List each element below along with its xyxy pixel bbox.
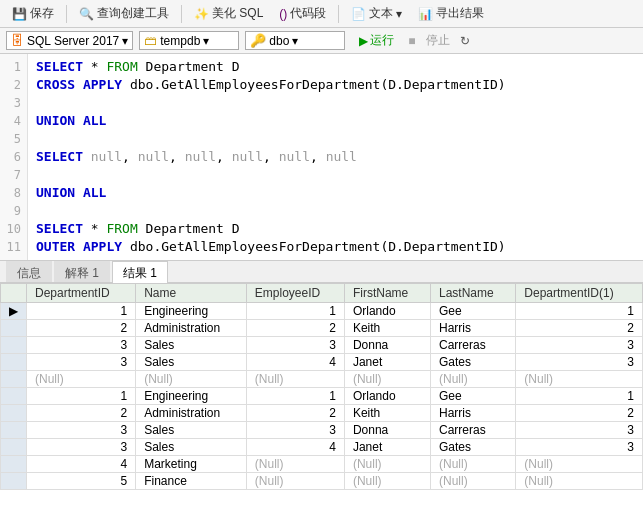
table-row: 3Sales4JanetGates3 <box>1 354 643 371</box>
beautify-button[interactable]: ✨ 美化 SQL <box>188 3 269 24</box>
table-cell: (Null) <box>246 473 344 490</box>
table-cell: 4 <box>246 439 344 456</box>
table-cell: Keith <box>344 405 430 422</box>
table-cell: Sales <box>136 439 247 456</box>
table-row: (Null)(Null)(Null)(Null)(Null)(Null) <box>1 371 643 388</box>
row-indicator <box>1 439 27 456</box>
table-cell: (Null) <box>431 371 516 388</box>
text-dropdown-icon: ▾ <box>396 7 402 21</box>
table-row: 4Marketing(Null)(Null)(Null)(Null) <box>1 456 643 473</box>
main-container: 💾 保存 🔍 查询创建工具 ✨ 美化 SQL () 代码段 📄 文本 ▾ 📊 寻… <box>0 0 643 517</box>
table-row: 5Finance(Null)(Null)(Null)(Null) <box>1 473 643 490</box>
separator-1 <box>66 5 67 23</box>
table-cell: (Null) <box>344 371 430 388</box>
table-cell: 2 <box>246 405 344 422</box>
table-cell: (Null) <box>516 371 643 388</box>
table-cell: Orlando <box>344 388 430 405</box>
table-cell: Engineering <box>136 303 247 320</box>
schema-dropdown-icon: ▾ <box>292 34 298 48</box>
query-create-button[interactable]: 🔍 查询创建工具 <box>73 3 175 24</box>
table-cell: (Null) <box>344 456 430 473</box>
sql-line-4: UNION ALL <box>36 112 635 130</box>
schema-select[interactable]: 🔑 dbo ▾ <box>245 31 345 50</box>
stop-button[interactable]: 停止 <box>422 30 454 51</box>
database-select[interactable]: 🗃 tempdb ▾ <box>139 31 239 50</box>
tab-info[interactable]: 信息 <box>6 261 52 282</box>
table-cell: Harris <box>431 405 516 422</box>
tab-explain[interactable]: 解释 1 <box>54 261 110 282</box>
col-department-id-1: DepartmentID(1) <box>516 284 643 303</box>
col-department-id: DepartmentID <box>27 284 136 303</box>
sql-editor[interactable]: 12345 67891011 SELECT * FROM Department … <box>0 54 643 261</box>
text-icon: 📄 <box>351 7 366 21</box>
find-result-button[interactable]: 📊 寻出结果 <box>412 3 490 24</box>
separator-3 <box>338 5 339 23</box>
row-indicator <box>1 371 27 388</box>
sql-line-8: UNION ALL <box>36 184 635 202</box>
col-lastname: LastName <box>431 284 516 303</box>
table-cell: (Null) <box>246 456 344 473</box>
table-cell: Gee <box>431 388 516 405</box>
col-employee-id: EmployeeID <box>246 284 344 303</box>
table-cell: Sales <box>136 422 247 439</box>
table-cell: (Null) <box>136 371 247 388</box>
table-cell: Carreras <box>431 337 516 354</box>
table-cell: Engineering <box>136 388 247 405</box>
table-cell: 3 <box>516 422 643 439</box>
separator-run: ■ <box>408 34 415 48</box>
table-cell: Gates <box>431 354 516 371</box>
results-grid[interactable]: DepartmentID Name EmployeeID FirstName L… <box>0 283 643 517</box>
sql-line-10: SELECT * FROM Department D <box>36 220 635 238</box>
row-indicator <box>1 456 27 473</box>
server-select[interactable]: 🗄 SQL Server 2017 ▾ <box>6 31 133 50</box>
table-row: 2Administration2KeithHarris2 <box>1 320 643 337</box>
table-row: 3Sales3DonnaCarreras3 <box>1 422 643 439</box>
table-cell: (Null) <box>246 371 344 388</box>
sql-text[interactable]: SELECT * FROM Department D CROSS APPLY d… <box>28 54 643 260</box>
table-header-row: DepartmentID Name EmployeeID FirstName L… <box>1 284 643 303</box>
table-cell: 3 <box>27 422 136 439</box>
database-icon: 🗃 <box>144 33 157 48</box>
row-indicator <box>1 337 27 354</box>
table-cell: Orlando <box>344 303 430 320</box>
table-cell: 2 <box>246 320 344 337</box>
table-cell: 1 <box>516 388 643 405</box>
table-cell: Carreras <box>431 422 516 439</box>
table-cell: 3 <box>516 337 643 354</box>
line-numbers: 12345 67891011 <box>0 54 28 260</box>
tab-result[interactable]: 结果 1 <box>112 261 168 283</box>
table-row: 3Sales3DonnaCarreras3 <box>1 337 643 354</box>
col-indicator <box>1 284 27 303</box>
table-cell: Keith <box>344 320 430 337</box>
server-icon: 🗄 <box>11 33 24 48</box>
table-row: 2Administration2KeithHarris2 <box>1 405 643 422</box>
code-segment-button[interactable]: () 代码段 <box>273 3 332 24</box>
table-cell: 1 <box>246 303 344 320</box>
table-cell: Donna <box>344 337 430 354</box>
results-table: DepartmentID Name EmployeeID FirstName L… <box>0 283 643 490</box>
table-cell: 3 <box>27 439 136 456</box>
server-dropdown-icon: ▾ <box>122 34 128 48</box>
table-cell: (Null) <box>344 473 430 490</box>
table-cell: 3 <box>246 337 344 354</box>
text-button[interactable]: 📄 文本 ▾ <box>345 3 408 24</box>
beautify-icon: ✨ <box>194 7 209 21</box>
table-cell: 3 <box>246 422 344 439</box>
save-icon: 💾 <box>12 7 27 21</box>
db-dropdown-icon: ▾ <box>203 34 209 48</box>
table-cell: 3 <box>27 354 136 371</box>
table-cell: 1 <box>516 303 643 320</box>
row-indicator <box>1 388 27 405</box>
table-cell: (Null) <box>27 371 136 388</box>
run-button[interactable]: ▶ 运行 <box>351 30 402 51</box>
table-cell: Administration <box>136 405 247 422</box>
sql-line-11: OUTER APPLY dbo.GetAllEmployeesForDepart… <box>36 238 635 256</box>
table-cell: Administration <box>136 320 247 337</box>
find-icon: 📊 <box>418 7 433 21</box>
table-cell: 1 <box>246 388 344 405</box>
table-cell: 3 <box>516 439 643 456</box>
table-cell: Sales <box>136 354 247 371</box>
save-button[interactable]: 💾 保存 <box>6 3 60 24</box>
row-indicator <box>1 320 27 337</box>
sql-line-7 <box>36 166 635 184</box>
